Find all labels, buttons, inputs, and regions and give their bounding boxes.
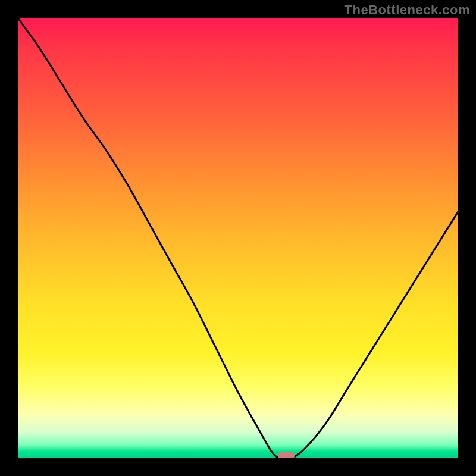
curve-layer	[18, 18, 458, 458]
watermark-text: TheBottleneck.com	[345, 2, 470, 18]
plot-area	[18, 18, 458, 458]
chart-frame: TheBottleneck.com	[0, 0, 476, 476]
target-marker	[278, 452, 295, 458]
bottleneck-curve	[18, 18, 458, 458]
